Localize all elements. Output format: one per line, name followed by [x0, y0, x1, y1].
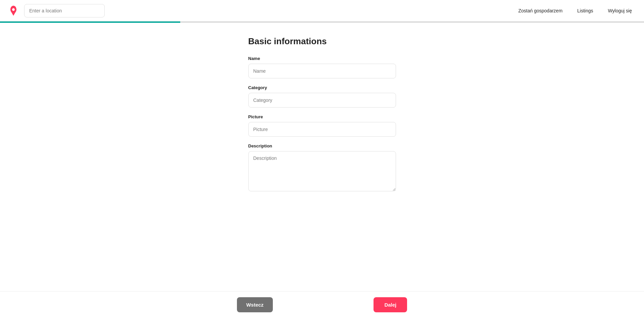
name-form-group: Name: [248, 56, 396, 78]
form-title: Basic informations: [248, 36, 396, 47]
main-content: Basic informations Name Category Picture…: [0, 23, 644, 291]
become-host-link[interactable]: Zostań gospodarzem: [514, 5, 567, 16]
header-left: [8, 4, 105, 17]
form-container: Basic informations Name Category Picture…: [248, 36, 396, 258]
back-button[interactable]: Wstecz: [237, 297, 273, 312]
category-input[interactable]: [248, 93, 396, 108]
header-nav: Zostań gospodarzem Listings Wyloguj się: [514, 5, 636, 16]
logout-link[interactable]: Wyloguj się: [604, 5, 636, 16]
name-label: Name: [248, 56, 396, 61]
header: Zostań gospodarzem Listings Wyloguj się: [0, 0, 644, 21]
footer-buttons: Wstecz Dalej: [0, 291, 644, 318]
airbnb-logo[interactable]: [8, 5, 19, 16]
next-button[interactable]: Dalej: [374, 297, 407, 312]
location-input[interactable]: [24, 4, 105, 17]
category-form-group: Category: [248, 85, 396, 108]
listings-link[interactable]: Listings: [573, 5, 597, 16]
category-label: Category: [248, 85, 396, 90]
picture-label: Picture: [248, 114, 396, 119]
picture-input[interactable]: [248, 122, 396, 137]
description-textarea[interactable]: [248, 151, 396, 191]
picture-form-group: Picture: [248, 114, 396, 137]
description-label: Description: [248, 143, 396, 148]
description-form-group: Description: [248, 143, 396, 193]
name-input[interactable]: [248, 64, 396, 78]
